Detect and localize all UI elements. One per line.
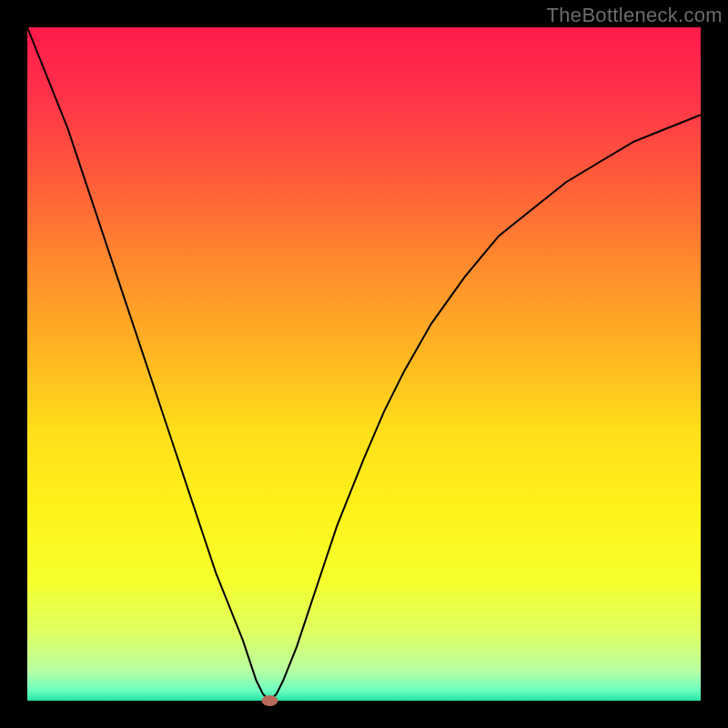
chart-gradient-background [27,27,701,701]
optimal-point-marker [261,695,278,706]
watermark-text: TheBottleneck.com [547,4,723,27]
bottleneck-chart [0,0,728,728]
chart-container: TheBottleneck.com [0,0,728,728]
